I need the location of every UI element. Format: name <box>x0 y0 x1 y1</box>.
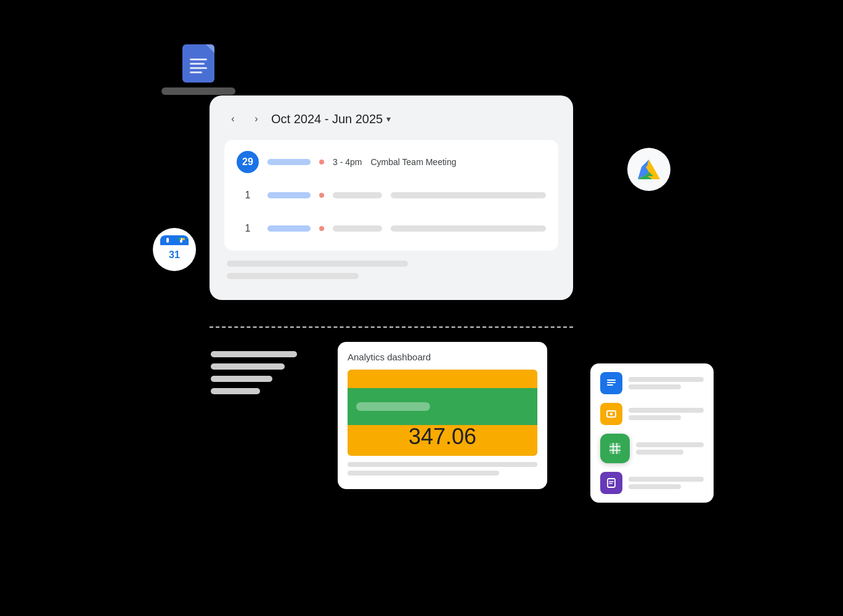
placeholder-line-short <box>636 450 683 455</box>
event-row: 1 <box>237 184 546 206</box>
prev-month-button[interactable]: ‹ <box>224 110 242 128</box>
google-slides-workspace-icon <box>600 403 622 425</box>
date-range[interactable]: Oct 2024 - Jun 2025 ▾ <box>271 112 391 126</box>
svg-rect-4 <box>610 413 613 415</box>
analytics-title: Analytics dashboard <box>348 352 537 362</box>
event-dot <box>319 193 324 198</box>
chart-green-bar <box>348 388 537 425</box>
google-docs-icon[interactable] <box>182 44 214 83</box>
calendar-events-card: 29 3 - 4pm Cymbal Team Meeting 1 <box>224 140 558 251</box>
forms-row-lines <box>629 477 704 489</box>
analytics-card: Analytics dashboard 347.06 <box>338 342 547 489</box>
sheets-row-lines <box>636 442 704 455</box>
docs-icon-container <box>161 44 235 95</box>
day-number: 1 <box>237 184 259 206</box>
left-placeholder-lines <box>211 351 322 400</box>
event-placeholder-short <box>333 192 382 198</box>
calendar-card: ‹ › Oct 2024 - Jun 2025 ▾ 29 3 - 4pm Cym… <box>210 95 573 300</box>
slides-row-lines <box>629 408 704 420</box>
analytics-chart: 347.06 <box>348 370 537 456</box>
chart-green-inner-bar <box>356 402 430 411</box>
day-number: 1 <box>237 217 259 240</box>
event-time: 3 - 4pm <box>333 157 362 167</box>
calendar-bottom-placeholders <box>224 261 558 279</box>
event-color-bar <box>267 192 311 198</box>
chart-value: 347.06 <box>348 424 537 450</box>
event-placeholder <box>391 225 546 232</box>
google-sheets-workspace-icon <box>600 434 630 463</box>
workspace-forms-row[interactable] <box>600 472 704 494</box>
event-color-bar <box>267 159 311 165</box>
placeholder-line-short <box>629 484 681 489</box>
docs-title-placeholder <box>161 87 235 95</box>
svg-point-22 <box>182 238 185 240</box>
placeholder-line <box>636 442 704 447</box>
analytics-bottom-lines <box>348 462 537 476</box>
placeholder-line <box>629 377 704 382</box>
google-docs-workspace-icon <box>600 372 622 394</box>
event-row: 29 3 - 4pm Cymbal Team Meeting <box>237 151 546 173</box>
google-drive-icon <box>637 158 661 180</box>
event-dot <box>319 160 324 164</box>
svg-rect-2 <box>607 384 613 386</box>
svg-rect-17 <box>160 243 189 245</box>
placeholder-line-short <box>629 415 681 420</box>
dashed-separator <box>210 326 573 328</box>
event-color-bar <box>267 225 311 232</box>
calendar-header: ‹ › Oct 2024 - Jun 2025 ▾ <box>224 110 558 128</box>
event-row: 1 <box>237 217 546 240</box>
event-title: Cymbal Team Meeting <box>370 157 456 167</box>
svg-rect-5 <box>609 443 621 454</box>
placeholder-line <box>629 477 704 482</box>
svg-rect-1 <box>607 382 616 383</box>
google-forms-workspace-icon <box>600 472 622 494</box>
workspace-icons-panel <box>590 363 714 503</box>
svg-rect-0 <box>607 379 616 381</box>
docs-row-lines <box>629 377 704 389</box>
next-month-button[interactable]: › <box>248 110 265 128</box>
event-dot <box>319 226 324 231</box>
date-range-text: Oct 2024 - Jun 2025 <box>271 112 383 126</box>
workspace-docs-row[interactable] <box>600 372 704 394</box>
workspace-sheets-row[interactable] <box>600 434 704 463</box>
svg-point-23 <box>179 238 181 240</box>
svg-rect-11 <box>609 481 614 482</box>
svg-rect-20 <box>166 238 169 243</box>
google-calendar-icon: 31 <box>160 235 189 264</box>
google-calendar-badge[interactable]: 31 <box>153 228 196 271</box>
svg-rect-12 <box>609 483 613 484</box>
day-number-highlighted: 29 <box>237 151 259 173</box>
placeholder-line-short <box>629 384 681 389</box>
google-drive-badge[interactable] <box>627 148 670 191</box>
svg-text:31: 31 <box>169 249 180 260</box>
event-placeholder <box>391 192 546 198</box>
placeholder-line <box>629 408 704 413</box>
event-placeholder-short <box>333 225 382 232</box>
date-range-chevron-icon: ▾ <box>386 114 391 124</box>
workspace-slides-row[interactable] <box>600 403 704 425</box>
